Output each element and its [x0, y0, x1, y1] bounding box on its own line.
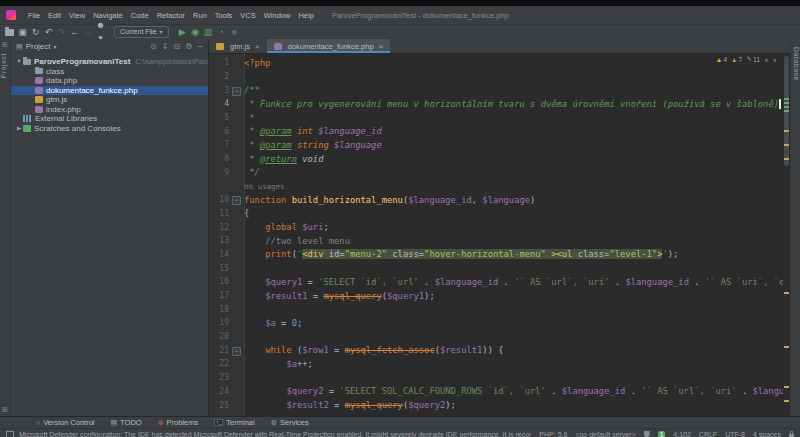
- code-line[interactable]: 2: [209, 70, 783, 84]
- code-line[interactable]: 16 $query1 = 'SELECT `id`, `url' . $lang…: [209, 275, 783, 289]
- code-line[interactable]: 17 $result1 = mysql_query($query1);: [209, 289, 783, 303]
- code-line[interactable]: 15: [209, 261, 783, 275]
- code-line[interactable]: 24 $query2 = 'SELECT SQL_CALC_FOUND_ROWS…: [209, 385, 783, 399]
- line-number[interactable]: 10: [209, 195, 229, 204]
- menu-help[interactable]: Help: [294, 11, 317, 20]
- typo-count[interactable]: ✎11: [746, 55, 760, 63]
- code-line[interactable]: 1<?php: [209, 56, 783, 70]
- code-line[interactable]: 5 *: [209, 111, 783, 125]
- caret-position[interactable]: 4:102: [673, 431, 691, 437]
- line-number[interactable]: 4: [209, 99, 229, 108]
- line-number[interactable]: 25: [209, 401, 229, 410]
- toolwindow-button-services[interactable]: ⚙Services: [271, 418, 309, 427]
- editor[interactable]: 1<?php23−/**4 * Funkce pro vygenerování …: [209, 54, 790, 416]
- project-panel-title[interactable]: Project: [26, 42, 51, 51]
- coverage-icon[interactable]: ▥: [202, 26, 215, 39]
- fold-icon[interactable]: −: [229, 194, 244, 205]
- code-line[interactable]: 25 $result2 = mysql_query($query2);: [209, 398, 783, 412]
- scroll-from-source-icon[interactable]: ↧: [162, 41, 169, 53]
- line-number[interactable]: 12: [209, 223, 229, 232]
- profiler-icon[interactable]: ◔: [215, 26, 228, 39]
- prev-problem-icon[interactable]: ∧: [764, 56, 768, 63]
- code-line[interactable]: 3−/**: [209, 83, 783, 97]
- run-configuration-select[interactable]: Current File▾: [114, 26, 169, 38]
- code-line[interactable]: 11{: [209, 207, 783, 221]
- code-line[interactable]: 6 * @param int $language_id: [209, 124, 783, 138]
- open-project-icon[interactable]: [5, 29, 14, 36]
- line-number[interactable]: 13: [209, 236, 229, 245]
- collapse-region-icon[interactable]: −: [232, 196, 241, 205]
- tool-window-switcher-icon[interactable]: ⊞: [0, 406, 10, 414]
- code-line[interactable]: 19 $a = 0;: [209, 316, 783, 330]
- locate-icon[interactable]: ⊙: [150, 41, 157, 53]
- run-icon[interactable]: ▶: [176, 26, 189, 39]
- line-number[interactable]: 5: [209, 113, 229, 122]
- line-number[interactable]: 9: [209, 168, 229, 177]
- line-number[interactable]: 11: [209, 209, 229, 218]
- undo-icon[interactable]: ↶: [42, 26, 55, 39]
- code-line[interactable]: no usages: [209, 179, 783, 193]
- indent[interactable]: 4 spaces: [753, 431, 781, 437]
- line-number[interactable]: 24: [209, 387, 229, 396]
- line-number[interactable]: 21: [209, 346, 229, 355]
- toolwindow-button-terminal[interactable]: >_Terminal: [214, 418, 254, 427]
- line-number[interactable]: 6: [209, 127, 229, 136]
- php-version[interactable]: PHP: 5.6: [539, 431, 567, 437]
- hide-panel-icon[interactable]: ─: [197, 41, 203, 53]
- chevron-icon[interactable]: ▼: [15, 57, 23, 67]
- save-all-icon[interactable]: ▣: [16, 26, 29, 39]
- encoding[interactable]: UTF-8: [725, 431, 745, 437]
- stop-icon[interactable]: ■: [228, 26, 241, 39]
- line-number[interactable]: 2: [209, 72, 229, 81]
- close-icon[interactable]: ×: [379, 42, 384, 51]
- menu-code[interactable]: Code: [127, 11, 153, 20]
- line-number[interactable]: 23: [209, 373, 229, 382]
- collapse-region-icon[interactable]: −: [232, 347, 241, 356]
- chevron-down-icon[interactable]: ▾: [54, 43, 57, 50]
- line-number[interactable]: 19: [209, 318, 229, 327]
- line-number[interactable]: 17: [209, 291, 229, 300]
- line-ending[interactable]: CRLF: [699, 431, 717, 437]
- toolwindow-button-problems[interactable]: ⊗Problems: [158, 418, 199, 427]
- event-badge[interactable]: 1: [658, 431, 666, 437]
- editor-scrollbar[interactable]: [783, 54, 790, 416]
- tool-window-icon[interactable]: ⊞: [0, 41, 10, 49]
- code-line[interactable]: 7 * @param string $language: [209, 138, 783, 152]
- code-line[interactable]: 8 * @return void: [209, 152, 783, 166]
- line-number[interactable]: 16: [209, 277, 229, 286]
- code-line[interactable]: 13 //two level menu: [209, 234, 783, 248]
- tree-item-external-libraries[interactable]: External Libraries: [11, 114, 208, 124]
- defender-icon[interactable]: [644, 431, 650, 437]
- toolwindow-button-todo[interactable]: ▤TODO: [110, 418, 141, 427]
- sync-icon[interactable]: ↻: [29, 26, 42, 39]
- code-line[interactable]: 18: [209, 302, 783, 316]
- menu-tools[interactable]: Tools: [211, 11, 237, 20]
- tree-item-gtm-js[interactable]: gtm.js: [11, 95, 208, 105]
- next-problem-icon[interactable]: ∨: [773, 56, 777, 63]
- line-number[interactable]: 3: [209, 86, 229, 95]
- code-area[interactable]: 1<?php23−/**4 * Funkce pro vygenerování …: [209, 54, 783, 416]
- project-stripe-button[interactable]: Project: [0, 53, 10, 78]
- tree-item-data-php[interactable]: data.php: [11, 76, 208, 86]
- collapse-all-icon[interactable]: ⊟: [173, 41, 180, 53]
- code-line[interactable]: 22 $a++;: [209, 357, 783, 371]
- forward-icon[interactable]: →: [81, 26, 94, 39]
- line-number[interactable]: 20: [209, 332, 229, 341]
- line-number[interactable]: 1: [209, 58, 229, 67]
- line-number[interactable]: 7: [209, 140, 229, 149]
- menu-window[interactable]: Window: [260, 11, 295, 20]
- code-line[interactable]: 23: [209, 371, 783, 385]
- menu-vcs[interactable]: VCS: [236, 11, 259, 20]
- code-line[interactable]: 4 * Funkce pro vygenerování menu v horiz…: [209, 97, 783, 111]
- back-icon[interactable]: ←: [68, 26, 81, 39]
- toolwindow-button-version-control[interactable]: ⑃Version Control: [36, 418, 94, 427]
- code-line[interactable]: 10−function build_horizontal_menu($langu…: [209, 193, 783, 207]
- code-line[interactable]: 12 global $uri;: [209, 220, 783, 234]
- database-stripe-button[interactable]: Database: [791, 47, 800, 81]
- tree-item-paroveprogramovanitest[interactable]: ▼ParoveProgramovaniTestC:\xampp\htdocs\P…: [11, 57, 208, 67]
- collapse-region-icon[interactable]: −: [232, 87, 241, 96]
- close-icon[interactable]: ×: [255, 42, 260, 51]
- line-number[interactable]: 18: [209, 305, 229, 314]
- default-server[interactable]: <no default server>: [575, 431, 635, 437]
- menu-refactor[interactable]: Refactor: [153, 11, 189, 20]
